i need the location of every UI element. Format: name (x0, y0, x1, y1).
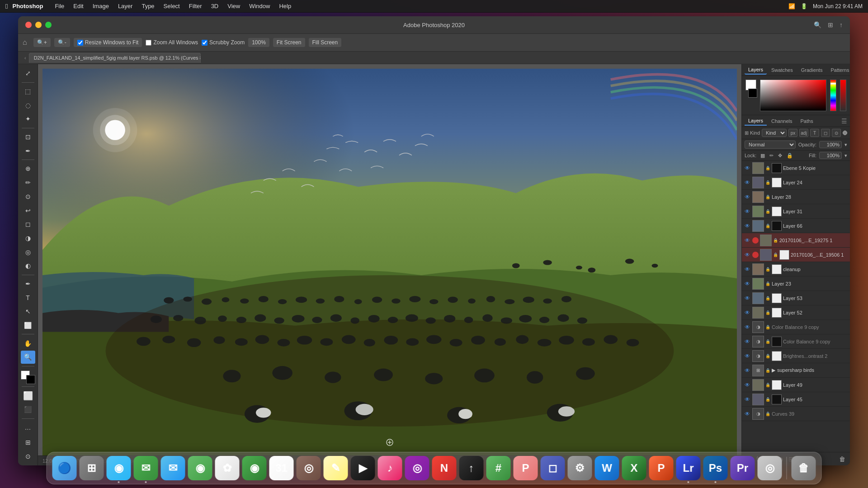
tab-color[interactable]: Layers (745, 66, 767, 75)
menu-view[interactable]: View (223, 2, 245, 10)
menu-select[interactable]: Select (159, 2, 184, 10)
menu-window[interactable]: Window (245, 2, 274, 10)
layer-visibility-btn[interactable]: 👁 (744, 179, 751, 186)
maximize-button[interactable] (45, 22, 52, 28)
dock-item-photos[interactable]: ✿ (215, 456, 240, 480)
tool-blur[interactable]: ◎ (21, 245, 35, 258)
layer-item[interactable]: 👁◑🔒Color Balance 9 copy (742, 334, 850, 349)
layer-visibility-btn[interactable]: 👁 (744, 164, 751, 172)
layer-item[interactable]: 👁🔒Layer 31 (742, 204, 850, 219)
layer-item[interactable]: 👁🔒Layer 45 (742, 392, 850, 407)
tab-layers[interactable]: Layers (745, 117, 767, 126)
tool-hand[interactable]: ✋ (21, 337, 35, 350)
document-tab[interactable]: D2N_FALKLAND_14_simplified_5gig multi la… (29, 53, 201, 63)
dock-item-notes[interactable]: ✎ (324, 456, 348, 480)
layer-item[interactable]: 👁🔒20170106_...E_19275 1 (742, 233, 850, 248)
tool-quickselect[interactable]: ✦ (21, 113, 35, 126)
dock-item-trash[interactable]: 🗑 (792, 456, 816, 480)
filter-type-select[interactable]: Kind (762, 129, 787, 137)
filter-pixel[interactable]: px (788, 129, 797, 137)
menu-layer[interactable]: Layer (113, 2, 137, 10)
tool-history[interactable]: ↩ (21, 204, 35, 217)
dock-item-numbers[interactable]: # (486, 456, 511, 480)
dock-item-excel[interactable]: X (622, 456, 646, 480)
minimize-button[interactable] (35, 22, 42, 28)
menu-type[interactable]: Type (137, 2, 159, 10)
menu-edit[interactable]: Edit (69, 2, 88, 10)
dock-item-system-preferences[interactable]: ⚙ (568, 456, 592, 480)
color-gradient-picker[interactable] (760, 80, 826, 111)
layer-item[interactable]: 👁🔒Ebene 5 Kopie (742, 161, 850, 175)
home-button[interactable]: ⌂ (23, 38, 27, 47)
dock-item-maps[interactable]: ◉ (188, 456, 212, 480)
tab-gradients[interactable]: Gradients (797, 66, 826, 74)
layer-visibility-btn[interactable]: 👁 (744, 367, 751, 374)
tab-paths[interactable]: Paths (797, 117, 817, 125)
layer-visibility-btn[interactable]: 👁 (744, 222, 751, 230)
menu-help[interactable]: Help (274, 2, 296, 10)
lock-transparency[interactable]: ▩ (759, 152, 766, 159)
dock-item-photos2[interactable]: ◎ (758, 456, 782, 480)
menu-filter[interactable]: Filter (184, 2, 207, 10)
foreground-color[interactable] (21, 371, 35, 385)
layer-item[interactable]: 👁🔒Layer 52 (742, 305, 850, 320)
dock-item-pages[interactable]: P (514, 456, 538, 480)
layer-visibility-btn[interactable]: 👁 (744, 324, 751, 331)
lock-position[interactable]: ✥ (777, 152, 783, 159)
dock-item-launchpad[interactable]: ⊞ (80, 456, 104, 480)
filter-smart[interactable]: ⊙ (832, 129, 841, 137)
dock-item-photoshop[interactable]: Ps (703, 456, 728, 480)
tab-patterns[interactable]: Patterns (827, 66, 850, 74)
tool-clone[interactable]: ⊙ (21, 190, 35, 203)
layer-visibility-btn[interactable]: 👁 (744, 208, 751, 215)
zoom-all-checkbox[interactable] (146, 40, 151, 46)
blend-mode-select[interactable]: Normal (745, 141, 796, 149)
dock-item-music[interactable]: ♪ (378, 456, 402, 480)
dock-item-stocks[interactable]: ↑ (459, 456, 484, 480)
dock-item-finder[interactable]: 🔵 (52, 456, 77, 480)
arrange-icon[interactable]: ⊞ (828, 21, 833, 28)
layer-item[interactable]: 👁🔒20170106_...E_19506 1 (742, 248, 850, 262)
canvas-area[interactable]: 12.08% | 24470 px × 12912 px (300 ppi) ▶ (38, 64, 741, 465)
filter-toggle[interactable] (843, 131, 847, 135)
tool-lasso[interactable]: ◌ (21, 99, 35, 112)
tool-brush[interactable]: ✏ (21, 176, 35, 189)
filter-adj[interactable]: adj (799, 129, 808, 137)
tool-more[interactable]: … (21, 421, 35, 434)
resize-checkbox[interactable] (77, 40, 83, 46)
layer-visibility-btn[interactable]: 👁 (744, 251, 751, 258)
zoom-out-btn[interactable]: 🔍- (54, 38, 70, 47)
layer-item[interactable]: 👁⊞🔒▶supersharp birds (742, 363, 850, 378)
layer-delete-btn[interactable]: 🗑 (837, 455, 847, 464)
dock-item-mail[interactable]: ✉ (161, 456, 185, 480)
tool-shape[interactable]: ⬜ (21, 319, 35, 332)
menubar-battery[interactable]: 🔋 (801, 3, 807, 9)
background-swatch[interactable] (748, 89, 757, 98)
layers-panel-menu[interactable]: ☰ (841, 117, 847, 125)
tool-move[interactable]: ⤢ (21, 67, 35, 80)
tool-path[interactable]: ↖ (21, 305, 35, 318)
dock-item-podcasts[interactable]: ◎ (405, 456, 429, 480)
tool-screen-mode[interactable]: ⬛ (21, 403, 35, 416)
layer-visibility-btn[interactable]: 👁 (744, 338, 751, 345)
zoom-in-btn[interactable]: 🔍+ (33, 38, 51, 47)
tool-type[interactable]: T (21, 291, 35, 304)
resize-windows-btn[interactable]: Resize Windows to Fit (74, 38, 142, 47)
search-icon[interactable]: 🔍 (814, 21, 821, 28)
dock-item-squirrel[interactable]: ◎ (297, 456, 321, 480)
dock-item-premiere[interactable]: Pr (731, 456, 755, 480)
layer-visibility-btn[interactable]: 👁 (744, 381, 751, 389)
scrubby-checkbox[interactable] (202, 40, 208, 46)
dock-item-safari[interactable]: ◉ (107, 456, 131, 480)
lock-image[interactable]: ✏ (768, 152, 775, 159)
tool-eyedropper[interactable]: ✒ (21, 144, 35, 157)
fill-value[interactable]: 100% (819, 152, 842, 159)
dock-item-messages[interactable]: ✉ (134, 456, 158, 480)
tool-extra1[interactable]: ⊙ (21, 450, 35, 463)
dock-item-apple-tv[interactable]: ▶ (351, 456, 375, 480)
menu-image[interactable]: Image (88, 2, 113, 10)
layer-visibility-btn[interactable]: 👁 (744, 410, 751, 418)
layers-list[interactable]: 👁🔒Ebene 5 Kopie👁🔒Layer 24👁🔒Layer 28👁🔒Lay… (742, 161, 850, 452)
dock-item-word[interactable]: W (595, 456, 619, 480)
tool-crop[interactable]: ⊡ (21, 131, 35, 144)
